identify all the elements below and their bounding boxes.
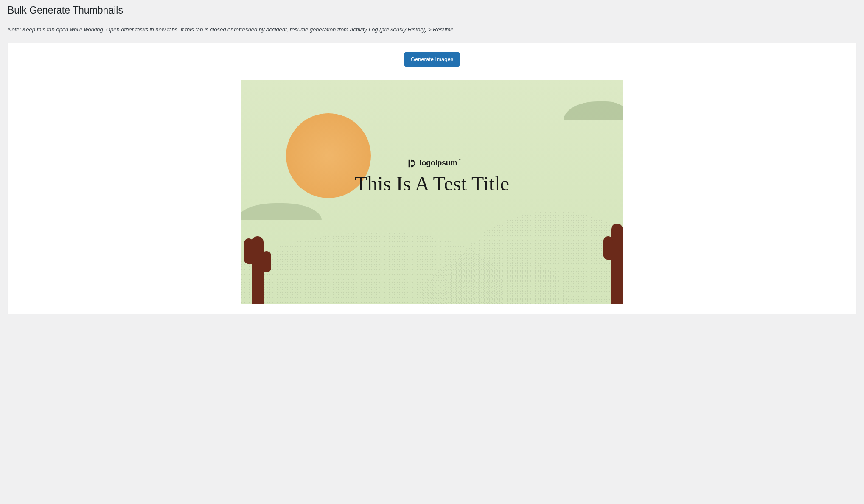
thumbnail-preview: logoipsum This Is A Test Title (241, 80, 623, 304)
note-text: Note: Keep this tab open while working. … (8, 25, 856, 34)
page-title: Bulk Generate Thumbnails (8, 4, 856, 17)
preview-title: This Is A Test Title (241, 171, 623, 196)
cactus-decoration (611, 224, 623, 304)
cactus-decoration (252, 236, 264, 304)
generate-images-button[interactable]: Generate Images (404, 52, 460, 67)
content-panel: Generate Images (8, 43, 856, 314)
logo-wrap: logoipsum (241, 159, 623, 168)
svg-point-0 (410, 161, 414, 165)
overlay-content: logoipsum This Is A Test Title (241, 159, 623, 196)
logo-text: logoipsum (420, 159, 457, 168)
logo-icon (407, 159, 416, 168)
